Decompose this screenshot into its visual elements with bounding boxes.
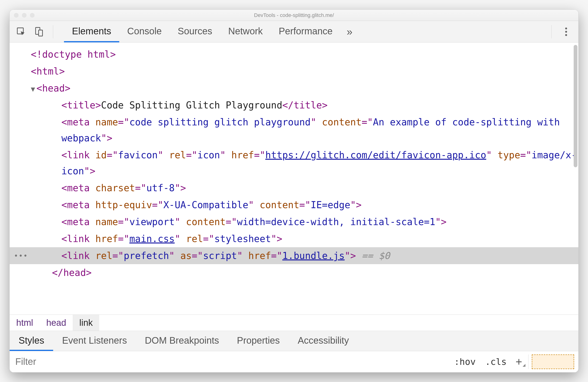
subtab-properties[interactable]: Properties	[228, 331, 289, 351]
settings-kebab-icon[interactable]	[560, 26, 572, 37]
minimize-dot[interactable]	[22, 13, 27, 18]
tab-network[interactable]: Network	[220, 21, 271, 42]
expand-arrow-icon[interactable]: ▼	[31, 83, 35, 95]
devtools-window: DevTools - code-splitting.glitch.me/ Ele…	[9, 9, 579, 373]
close-dot[interactable]	[14, 13, 19, 18]
panel-tabs: Elements Console Sources Network Perform…	[64, 21, 358, 42]
svg-rect-2	[39, 30, 42, 36]
tab-console[interactable]: Console	[119, 21, 170, 42]
scrollbar-thumb[interactable]	[574, 45, 577, 167]
dom-node-meta-compat[interactable]: <meta http-equiv="X-UA-Compatible" conte…	[10, 196, 578, 213]
cls-toggle-button[interactable]: .cls	[480, 357, 511, 367]
styles-filter-input[interactable]	[14, 354, 449, 369]
dom-node-meta-charset[interactable]: <meta charset="utf-8">	[10, 179, 578, 196]
inspect-element-icon[interactable]	[16, 26, 27, 37]
filterbar-divider	[528, 355, 528, 369]
crumb-head[interactable]: head	[40, 315, 73, 331]
hov-toggle-button[interactable]: :hov	[449, 357, 481, 367]
styles-filter-bar: :hov .cls +	[10, 351, 578, 372]
crumb-link[interactable]: link	[73, 315, 99, 331]
sidebar-subtabs: Styles Event Listeners DOM Breakpoints P…	[10, 331, 578, 351]
dom-node-head-close[interactable]: </head>	[10, 264, 578, 281]
new-style-rule-button[interactable]: +	[511, 355, 526, 368]
dom-node-html[interactable]: <html>	[10, 63, 578, 80]
dom-node-link-favicon[interactable]: <link id="favicon" rel="icon" href="http…	[10, 147, 578, 179]
subtab-accessibility[interactable]: Accessibility	[289, 331, 358, 351]
dom-node-head[interactable]: ▼<head>	[10, 80, 578, 97]
subtab-dom-breakpoints[interactable]: DOM Breakpoints	[136, 331, 228, 351]
box-model-preview[interactable]	[532, 355, 574, 369]
subtab-styles[interactable]: Styles	[10, 331, 53, 351]
devtools-toolbar: Elements Console Sources Network Perform…	[10, 21, 578, 42]
subtab-event-listeners[interactable]: Event Listeners	[53, 331, 136, 351]
tab-sources[interactable]: Sources	[170, 21, 220, 42]
window-title: DevTools - code-splitting.glitch.me/	[10, 12, 578, 18]
crumb-html[interactable]: html	[10, 315, 40, 331]
tabs-overflow-icon[interactable]: »	[340, 21, 358, 42]
tab-elements[interactable]: Elements	[64, 21, 119, 42]
window-controls	[14, 13, 35, 18]
dropdown-corner-icon	[523, 364, 525, 367]
tab-performance[interactable]: Performance	[271, 21, 340, 42]
dom-node-doctype[interactable]: <!doctype html>	[10, 46, 578, 63]
toolbar-separator-right	[551, 25, 551, 38]
elements-tree[interactable]: <!doctype html> <html> ▼<head> <title>Co…	[10, 42, 578, 315]
device-toggle-icon[interactable]	[34, 26, 44, 37]
dom-node-title[interactable]: <title>Code Splitting Glitch Playground<…	[10, 97, 578, 114]
dom-node-link-maincss[interactable]: <link href="main.css" rel="stylesheet">	[10, 230, 578, 247]
dom-breadcrumb: html head link	[10, 315, 578, 331]
toolbar-separator	[53, 25, 53, 38]
dom-node-meta-viewport[interactable]: <meta name="viewport" content="width=dev…	[10, 213, 578, 230]
dom-node-meta-description[interactable]: <meta name="code splitting glitch playgr…	[10, 114, 578, 147]
zoom-dot[interactable]	[30, 13, 35, 18]
titlebar: DevTools - code-splitting.glitch.me/	[10, 10, 578, 21]
dom-node-link-prefetch-selected[interactable]: <link rel="prefetch" as="script" href="1…	[10, 247, 578, 264]
